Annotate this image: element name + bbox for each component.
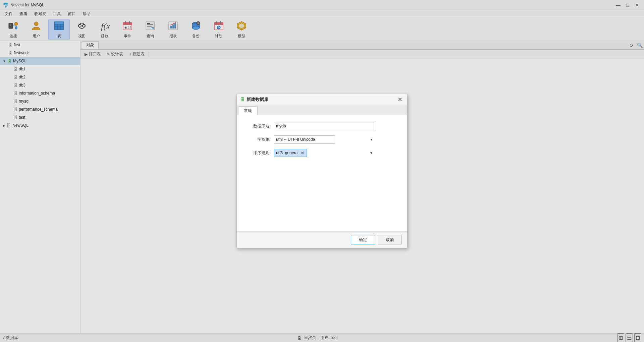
charset-row: 字符集: utf8 -- UTF-8 Unicode latin1 -- cp1… xyxy=(244,135,400,144)
db-name-row: 数据库名: xyxy=(244,122,400,130)
charset-select[interactable]: utf8 -- UTF-8 Unicode latin1 -- cp1252 W… xyxy=(274,135,335,144)
collation-label: 排序规则: xyxy=(244,150,270,156)
dialog-overlay: 🗄 新建数据库 ✕ 常规 数据库名: 字符集: utf8 -- xyxy=(0,0,644,342)
db-name-input[interactable] xyxy=(274,122,374,130)
dialog-title-text: 新建数据库 xyxy=(247,97,268,103)
dialog-title-bar: 🗄 新建数据库 ✕ xyxy=(237,94,407,105)
dialog-title: 🗄 新建数据库 xyxy=(240,97,268,103)
collation-select[interactable]: utf8_general_ci utf8_unicode_ci utf8_bin xyxy=(274,149,307,157)
charset-label: 字符集: xyxy=(244,137,270,142)
dialog-tab-general[interactable]: 常规 xyxy=(238,106,258,115)
collation-row: 排序规则: utf8_general_ci utf8_unicode_ci ut… xyxy=(244,149,400,157)
collation-select-wrapper: utf8_general_ci utf8_unicode_ci utf8_bin xyxy=(274,149,374,157)
dialog-tabs: 常规 xyxy=(237,105,407,115)
dialog-ok-button[interactable]: 确定 xyxy=(351,235,375,244)
dialog-close-button[interactable]: ✕ xyxy=(396,96,404,104)
new-database-dialog: 🗄 新建数据库 ✕ 常规 数据库名: 字符集: utf8 -- xyxy=(236,94,408,248)
dialog-title-icon: 🗄 xyxy=(240,97,245,102)
dialog-body: 数据库名: 字符集: utf8 -- UTF-8 Unicode latin1 … xyxy=(237,115,407,231)
dialog-footer: 确定 取消 xyxy=(237,231,407,248)
charset-select-wrapper: utf8 -- UTF-8 Unicode latin1 -- cp1252 W… xyxy=(274,135,374,144)
dialog-cancel-button[interactable]: 取消 xyxy=(378,235,402,244)
db-name-label: 数据库名: xyxy=(244,123,270,129)
